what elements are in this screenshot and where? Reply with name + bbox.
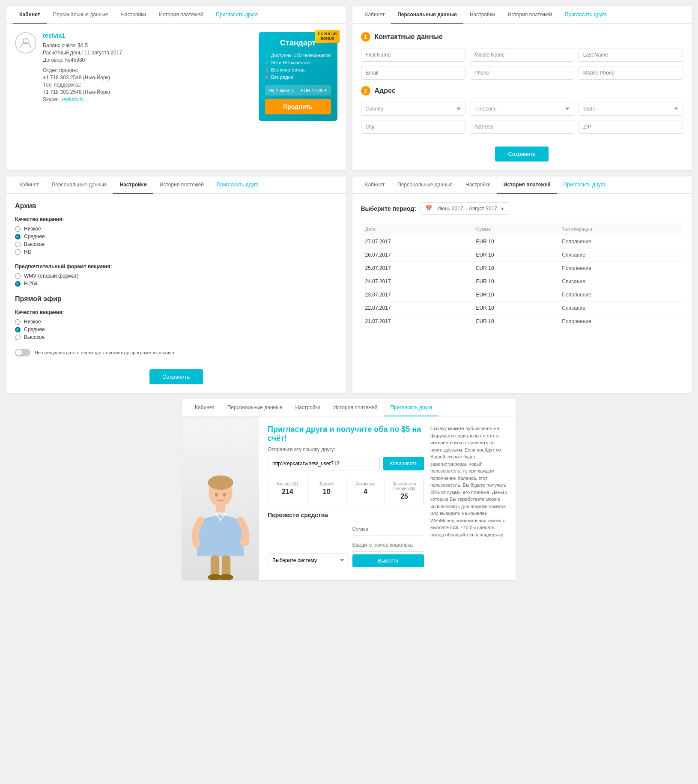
prolong-button[interactable]: Продлить: [265, 99, 331, 114]
middle-name-input[interactable]: [470, 48, 574, 62]
wallet-input[interactable]: [352, 539, 424, 552]
tab-cabinet-2[interactable]: Кабинет: [359, 6, 391, 24]
quality-high-radio[interactable]: [15, 242, 21, 247]
payment-date: 24.07.2017: [361, 275, 472, 288]
invite-url-input[interactable]: [268, 457, 380, 470]
country-select[interactable]: Country: [361, 102, 465, 116]
person-illustration: [182, 416, 259, 580]
tab-payments-4[interactable]: История платежей: [497, 177, 557, 194]
quality-hd-radio[interactable]: [15, 249, 21, 255]
tab-cabinet-5[interactable]: Кабинет: [188, 399, 221, 416]
copy-button[interactable]: Копировать: [383, 457, 424, 470]
live-high-label[interactable]: Высокое: [15, 334, 337, 340]
quality-hd-label[interactable]: HD: [15, 249, 337, 255]
transfer-title: Перевести средства: [268, 512, 424, 518]
timezone-select[interactable]: Timezone: [470, 102, 574, 116]
format-wmv-label[interactable]: WMV (старый формат): [15, 273, 337, 279]
format-wmv-radio[interactable]: [15, 273, 21, 279]
live-mid-radio[interactable]: [15, 327, 21, 332]
plan-selector[interactable]: На 1 месяц — EUR 12,95: [265, 85, 331, 96]
live-low-label[interactable]: Низкое: [15, 319, 337, 325]
state-select[interactable]: State: [579, 102, 683, 116]
payment-amount: EUR 10: [472, 315, 558, 328]
table-row: 22.07.2017 EUR 10 Списание: [361, 302, 683, 315]
address-section-header: 2 Адрес: [361, 86, 683, 96]
personal-save-button[interactable]: Сохранить: [495, 147, 549, 162]
format-h264-label[interactable]: H.264: [15, 281, 337, 287]
archive-toggle[interactable]: [15, 349, 30, 356]
tab-personal[interactable]: Персональные данные: [47, 6, 115, 24]
live-quality-section: Качество вещания: Низкое Среднее Высокое: [15, 309, 337, 340]
payment-type: Пополнение: [558, 235, 683, 248]
live-high-radio[interactable]: [15, 335, 21, 340]
period-dropdown[interactable]: 📅 Июнь 2017 – Август 2017: [421, 202, 509, 215]
quality-low-label[interactable]: Низкое: [15, 226, 337, 232]
svg-rect-3: [216, 505, 225, 513]
quality-high-label[interactable]: Высокое: [15, 241, 337, 247]
contract-row: Договор: №45980: [43, 57, 252, 63]
tab-cabinet-3[interactable]: Кабинет: [13, 177, 45, 194]
table-row: 23.07.2017 EUR 10 Пополнение: [361, 288, 683, 302]
tab-invite-4[interactable]: Пригласить друга: [557, 177, 612, 194]
system-select[interactable]: Выберите систему: [268, 554, 349, 567]
payment-date: 23.07.2017: [361, 288, 472, 302]
settings-panel: Кабинет Персональные данные Настройки Ис…: [6, 177, 346, 393]
format-h264-radio[interactable]: [15, 281, 21, 287]
zip-input[interactable]: [579, 120, 683, 134]
payment-type: Пополнение: [558, 288, 683, 302]
quality-mid-radio[interactable]: [15, 234, 21, 239]
tab-settings-4[interactable]: Настройки: [459, 177, 497, 194]
tab-cabinet[interactable]: Кабинет: [13, 6, 47, 24]
payment-date: 22.07.2017: [361, 302, 472, 315]
payments-header-row: Дата Сумма Тип операции: [361, 223, 683, 235]
format-label: Предпочтительный формат вещания:: [15, 263, 337, 269]
tab-invite-5[interactable]: Пригласить друга: [384, 399, 438, 416]
amount-input[interactable]: [352, 523, 424, 536]
country-tz-state-row: Country Timezone State: [361, 102, 683, 116]
last-name-input[interactable]: [579, 48, 683, 62]
address-input[interactable]: [470, 120, 574, 134]
tab-invite-2[interactable]: Пригласить друга: [558, 6, 613, 24]
tab-personal-4[interactable]: Персональные данные: [391, 177, 459, 194]
tab-invite-3[interactable]: Пригласить друга: [210, 177, 265, 194]
live-mid-label[interactable]: Среднее: [15, 326, 337, 332]
tab-payments-5[interactable]: История платежей: [327, 399, 384, 416]
tab-settings-5[interactable]: Настройки: [289, 399, 327, 416]
mobile-input[interactable]: [579, 66, 683, 80]
invite-subtitle: Отправьте эту ссылку другу:: [268, 446, 424, 452]
tab-payments-2[interactable]: История платежей: [501, 6, 558, 24]
col-amount: Сумма: [472, 223, 558, 235]
tab-payments[interactable]: История платежей: [152, 6, 209, 24]
email-input[interactable]: [361, 66, 465, 80]
stat-value: 25: [389, 493, 419, 500]
skype-link[interactable]: repkatv.tv: [62, 96, 84, 102]
tab-personal-5[interactable]: Персональные данные: [221, 399, 289, 416]
contact-section-num: 1: [361, 32, 370, 42]
personal-panel: Кабинет Персональные данные Настройки Ис…: [352, 6, 692, 170]
tab-settings-3[interactable]: Настройки: [113, 177, 153, 194]
invite-url-row: Копировать: [268, 457, 424, 470]
withdraw-button[interactable]: Вывести: [352, 554, 424, 567]
quality-low-radio[interactable]: [15, 226, 21, 232]
tab-settings[interactable]: Настройки: [114, 6, 152, 24]
tab-cabinet-4[interactable]: Кабинет: [359, 177, 391, 194]
invite-row: Кабинет Персональные данные Настройки Ис…: [6, 399, 692, 580]
phone-input[interactable]: [470, 66, 574, 80]
tab-personal-2[interactable]: Персональные данные: [391, 6, 463, 24]
tab-personal-3[interactable]: Персональные данные: [45, 177, 113, 194]
archive-quality-label: Качество вещания:: [15, 216, 337, 222]
tab-settings-2[interactable]: Настройки: [463, 6, 501, 24]
payment-date: 27.07.2017: [361, 235, 472, 248]
live-quality-label: Качество вещания:: [15, 309, 337, 315]
stat-value: 10: [312, 488, 342, 496]
live-low-radio[interactable]: [15, 319, 21, 325]
settings-save-button[interactable]: Сохранить: [149, 369, 203, 384]
quality-mid-label[interactable]: Среднее: [15, 233, 337, 239]
table-row: 25.07.2017 EUR 10 Пополнение: [361, 262, 683, 275]
first-name-input[interactable]: [361, 48, 465, 62]
avatar: [15, 32, 36, 54]
tab-invite[interactable]: Пригласить друга: [209, 6, 264, 24]
period-selector: Выберите период: 📅 Июнь 2017 – Август 20…: [361, 202, 683, 215]
city-input[interactable]: [361, 120, 465, 134]
tab-payments-3[interactable]: История платежей: [153, 177, 210, 194]
